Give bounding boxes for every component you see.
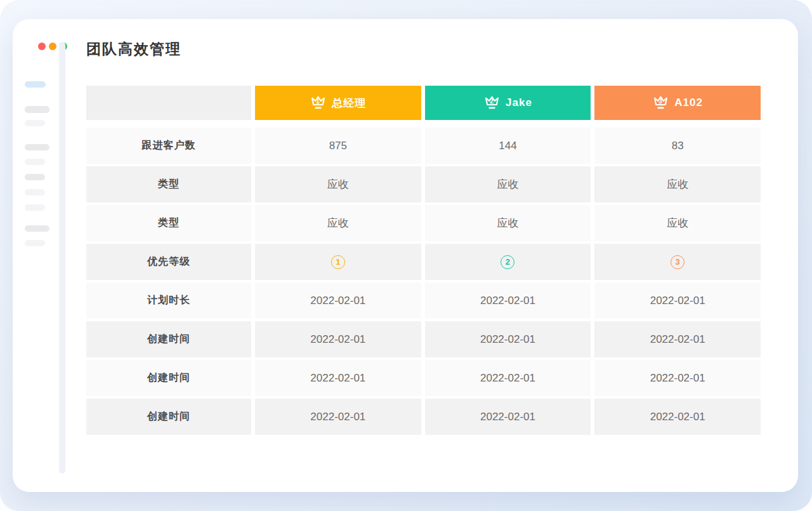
column-header-label: Jake <box>506 96 532 109</box>
row-label: 创建时间 <box>86 321 251 357</box>
svg-text:3: 3 <box>659 98 664 105</box>
table-cell: 2022-02-01 <box>255 321 421 357</box>
sidebar-item-6[interactable] <box>25 174 45 180</box>
sidebar-item-7[interactable] <box>25 189 45 196</box>
row-label: 计划时长 <box>86 282 251 319</box>
table-cell: 2022-02-01 <box>255 282 421 319</box>
app-window: 团队高效管理 1 总经理 <box>13 19 798 492</box>
table-cell: 2 <box>425 244 591 280</box>
ranking-table: 1 总经理 2 Jake <box>86 86 761 435</box>
page-title: 团队高效管理 <box>86 39 761 59</box>
crown-icon: 2 <box>483 95 501 111</box>
svg-text:2: 2 <box>490 98 494 105</box>
table-cell: 3 <box>594 244 761 280</box>
table-cell: 875 <box>255 128 421 164</box>
table-cell: 144 <box>425 128 591 164</box>
table-row-created-1: 创建时间 2022-02-01 2022-02-01 2022-02-01 <box>86 321 761 357</box>
table-cell: 2022-02-01 <box>594 360 761 396</box>
crown-icon: 3 <box>652 95 669 111</box>
table-row-type-2: 类型 应收 应收 应收 <box>86 205 761 241</box>
sidebar-item-3[interactable] <box>25 120 45 126</box>
priority-badge-1: 1 <box>331 255 345 269</box>
page-canvas: 团队高效管理 1 总经理 <box>0 0 812 511</box>
crown-icon: 1 <box>310 95 327 111</box>
table-cell: 2022-02-01 <box>594 321 761 357</box>
table-header-row: 1 总经理 2 Jake <box>86 86 761 120</box>
row-label: 类型 <box>86 205 251 241</box>
table-cell: 应收 <box>255 205 421 241</box>
table-cell: 应收 <box>594 166 761 202</box>
priority-badge-3: 3 <box>671 255 684 269</box>
table-row-created-3: 创建时间 2022-02-01 2022-02-01 2022-02-01 <box>86 399 761 435</box>
sidebar-item-10[interactable] <box>25 240 45 246</box>
column-header-label: A102 <box>674 96 703 109</box>
sidebar-item-5[interactable] <box>25 159 45 165</box>
table-row-priority: 优先等级 1 2 3 <box>86 244 761 280</box>
column-header-rank2: 2 Jake <box>425 86 591 120</box>
sidebar-nav <box>25 62 63 246</box>
column-header-rank3: 3 A102 <box>594 86 761 120</box>
table-cell: 2022-02-01 <box>425 321 591 357</box>
sidebar-item-8[interactable] <box>25 204 45 211</box>
table-row-planned-duration: 计划时长 2022-02-01 2022-02-01 2022-02-01 <box>86 282 761 319</box>
row-label: 优先等级 <box>86 244 251 280</box>
table-cell: 2022-02-01 <box>425 399 591 435</box>
table-cell: 应收 <box>594 205 761 241</box>
table-cell: 应收 <box>255 166 421 202</box>
sidebar-item-9[interactable] <box>25 225 49 232</box>
sidebar-divider <box>59 42 65 474</box>
main-content: 团队高效管理 1 总经理 <box>86 39 761 437</box>
sidebar-item-2[interactable] <box>25 106 49 113</box>
close-icon[interactable] <box>38 43 46 50</box>
table-row-followed-customers: 跟进客户数 875 144 83 <box>86 128 761 164</box>
priority-badge-2: 2 <box>501 255 514 269</box>
table-cell: 83 <box>594 128 761 164</box>
table-cell: 2022-02-01 <box>425 282 591 319</box>
table-row-type-1: 类型 应收 应收 应收 <box>86 166 761 202</box>
row-label: 类型 <box>86 166 251 202</box>
column-header-rank1: 1 总经理 <box>255 86 421 120</box>
table-cell: 应收 <box>425 205 591 241</box>
row-label: 创建时间 <box>86 360 251 396</box>
table-cell: 2022-02-01 <box>255 360 421 396</box>
sidebar-item-active[interactable] <box>25 81 46 88</box>
table-cell: 应收 <box>425 166 591 202</box>
table-corner-cell <box>86 86 251 120</box>
table-cell: 1 <box>255 244 421 280</box>
table-cell: 2022-02-01 <box>255 399 421 435</box>
row-label: 跟进客户数 <box>86 128 251 164</box>
column-header-label: 总经理 <box>332 96 366 110</box>
table-cell: 2022-02-01 <box>594 399 761 435</box>
table-row-created-2: 创建时间 2022-02-01 2022-02-01 2022-02-01 <box>86 360 761 396</box>
svg-text:1: 1 <box>317 98 321 105</box>
minimize-icon[interactable] <box>49 43 56 50</box>
table-cell: 2022-02-01 <box>594 282 761 319</box>
sidebar-item-4[interactable] <box>25 144 49 150</box>
row-label: 创建时间 <box>86 399 251 435</box>
table-cell: 2022-02-01 <box>425 360 591 396</box>
